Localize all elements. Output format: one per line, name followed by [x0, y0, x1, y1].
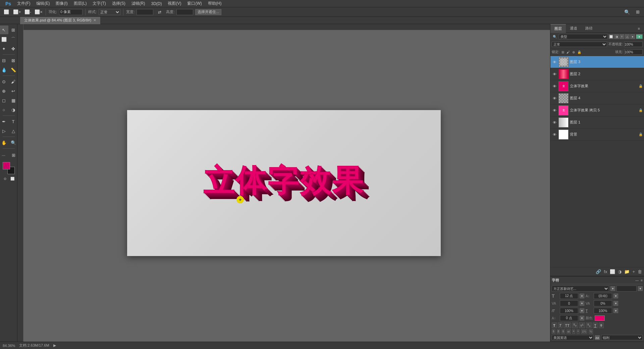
tool-intersect-icon[interactable]: ⬜×: [34, 8, 43, 16]
status-arrow[interactable]: ▶: [53, 343, 56, 348]
quick-mask-btn[interactable]: ⊙: [2, 176, 8, 182]
spot-heal-tool[interactable]: ⊙: [0, 77, 8, 86]
rect-marquee-tool[interactable]: ⬜: [0, 35, 8, 44]
tool-add-icon[interactable]: ⬜+: [13, 8, 21, 16]
menu-item-layer[interactable]: 图层(L): [71, 0, 90, 7]
tab-layers[interactable]: 图层: [550, 24, 566, 33]
filter-type-select[interactable]: 类型: [559, 34, 608, 39]
hand-tool[interactable]: ✋: [0, 138, 8, 147]
aa-mode-select[interactable]: 锐利: [601, 335, 643, 340]
eyedropper-tool[interactable]: 💧: [0, 65, 8, 74]
shape-tool[interactable]: △: [9, 127, 18, 135]
menu-item-type[interactable]: 文字(T): [90, 0, 108, 7]
filter-smart-icon[interactable]: ●: [630, 34, 635, 39]
filter-toggle[interactable]: ●: [636, 34, 643, 39]
lig-fl-btn[interactable]: fl: [557, 329, 560, 334]
track-arrow[interactable]: ▼: [613, 301, 618, 306]
add-group-btn[interactable]: 📁: [624, 268, 630, 275]
layer-item[interactable]: 👁 立 立体字效果 拷贝 5 🔒: [550, 104, 644, 116]
font-style-arrow[interactable]: ▼: [638, 286, 643, 291]
doc-tab[interactable]: 立体效果.psd @ 84.4% (图层 3, RGB/8#) ✕: [20, 17, 101, 24]
menu-item-window[interactable]: 窗口(W): [184, 0, 204, 7]
lock-all-btn[interactable]: 🔒: [577, 50, 582, 54]
lock-position-btn[interactable]: ⊕: [572, 50, 576, 54]
feather-input[interactable]: [59, 9, 83, 15]
path-select-tool[interactable]: ▷: [0, 127, 8, 135]
layer-eye-icon[interactable]: 👁: [552, 120, 557, 125]
layer-item[interactable]: 👁 图层 2: [550, 68, 644, 80]
tab-paths[interactable]: 路径: [581, 24, 597, 33]
select-mask-btn[interactable]: 选择并遮住...: [195, 9, 221, 15]
swap-icon[interactable]: ⇄: [155, 8, 164, 16]
crop-tool[interactable]: ⊟: [0, 56, 8, 65]
zoom-tool[interactable]: 🔍: [9, 138, 18, 147]
kern-input[interactable]: [560, 300, 578, 306]
height-input[interactable]: [176, 9, 193, 15]
blend-mode-select[interactable]: 正常: [552, 42, 607, 47]
allcaps-btn[interactable]: TT: [564, 322, 571, 328]
layer-eye-icon[interactable]: 👁: [552, 59, 557, 65]
char-panel-menu-btn[interactable]: ≡: [641, 279, 643, 282]
layer-eye-icon[interactable]: 👁: [552, 71, 557, 77]
menu-item-edit[interactable]: 编辑(E): [34, 0, 52, 7]
screen-mode-btn[interactable]: ⬜: [9, 176, 15, 182]
leading-input[interactable]: [594, 293, 612, 299]
workspace-icon[interactable]: ⊞: [633, 8, 642, 16]
menu-item-view[interactable]: 视图(V): [165, 0, 184, 7]
tab-channels[interactable]: 通道: [566, 24, 581, 33]
opacity-input[interactable]: [624, 42, 643, 47]
add-style-btn[interactable]: fx: [603, 268, 608, 275]
link-layers-btn[interactable]: 🔗: [595, 268, 602, 275]
bold-btn[interactable]: T: [552, 322, 557, 328]
dodge-tool[interactable]: ◑: [9, 105, 18, 114]
lig-fi-btn[interactable]: fi: [552, 329, 555, 334]
slice-tool[interactable]: ⊠: [9, 56, 18, 65]
smallcaps-btn[interactable]: TT: [572, 322, 578, 328]
canvas[interactable]: 立体字效果 +: [127, 110, 441, 256]
menu-item-help[interactable]: 帮助(H): [205, 0, 224, 7]
strikethrough-btn[interactable]: T: [599, 322, 604, 328]
font-family-arrow[interactable]: ▼: [610, 286, 615, 291]
ord-a-btn[interactable]: ª: [572, 329, 575, 334]
baseline-input[interactable]: [560, 315, 578, 321]
clone-stamp-tool[interactable]: ⊕: [0, 87, 8, 95]
style-select[interactable]: 正常: [99, 9, 120, 15]
delete-layer-btn[interactable]: 🗑: [637, 268, 643, 275]
gradient-tool[interactable]: ▦: [9, 96, 18, 105]
blur-tool[interactable]: ○: [0, 105, 8, 114]
layer-eye-icon[interactable]: 👁: [552, 132, 557, 137]
pen-tool[interactable]: ✒: [0, 117, 8, 126]
layer-item[interactable]: 👁 图层 4: [550, 92, 644, 104]
kern-arrow[interactable]: ▼: [580, 301, 584, 306]
add-layer-btn[interactable]: +: [632, 268, 636, 275]
menu-item-select[interactable]: 选择(S): [109, 0, 128, 7]
ruler-tool[interactable]: 📏: [9, 65, 18, 74]
scale-h-input[interactable]: [594, 308, 612, 314]
layer-item[interactable]: 👁 图层 1: [550, 116, 644, 129]
half-btn[interactable]: ½: [589, 329, 593, 334]
lock-transparent-btn[interactable]: ⊞: [561, 50, 565, 54]
color-swatch[interactable]: [595, 315, 605, 321]
filter-adjust-icon[interactable]: ◑: [614, 34, 619, 39]
add-mask-btn[interactable]: ⬜: [609, 268, 616, 275]
leading-arrow[interactable]: ▼: [613, 294, 618, 298]
filter-shape-icon[interactable]: △: [625, 34, 630, 39]
filter-type-icon2[interactable]: T: [620, 34, 624, 39]
fill-input[interactable]: [624, 49, 643, 55]
underline-btn[interactable]: T: [593, 322, 598, 328]
panel-menu-btn[interactable]: ≡: [634, 24, 644, 33]
char-panel-collapse-btn[interactable]: —: [635, 279, 639, 282]
ord-o-btn[interactable]: º: [577, 329, 580, 334]
filter-pixel-icon[interactable]: ⬜: [609, 34, 613, 39]
brush-tool[interactable]: 🖌: [9, 77, 18, 86]
extra-tool-2[interactable]: ⊞: [9, 151, 18, 159]
scale-h-arrow[interactable]: ▼: [613, 308, 618, 313]
scale-v-input[interactable]: [560, 308, 578, 314]
menu-item-file[interactable]: 文件(F): [14, 0, 33, 7]
font-size-arrow[interactable]: ▼: [580, 294, 584, 298]
track-input[interactable]: [594, 300, 612, 306]
font-size-input[interactable]: [560, 293, 578, 299]
add-adjustment-btn[interactable]: ◑: [617, 268, 622, 275]
menu-item-3d[interactable]: 3D(D): [148, 1, 164, 7]
layer-eye-icon[interactable]: 👁: [552, 96, 557, 101]
